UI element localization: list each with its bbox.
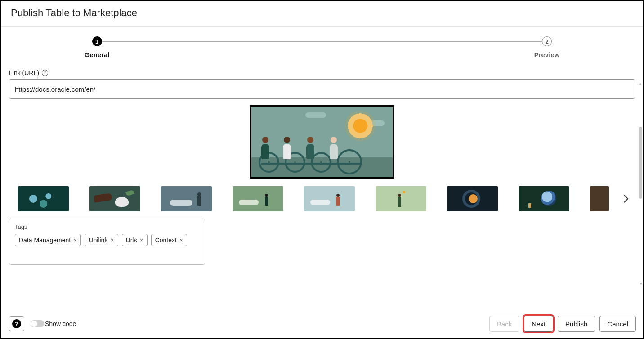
tags-label: Tags bbox=[15, 223, 199, 230]
image-thumbnail[interactable] bbox=[447, 186, 498, 211]
decor-person bbox=[328, 137, 340, 159]
step-preview-label: Preview bbox=[534, 51, 560, 58]
step-preview[interactable]: 2 Preview bbox=[534, 36, 560, 58]
tag-chip-label: Context bbox=[155, 236, 177, 244]
step-general[interactable]: 1 General bbox=[85, 36, 110, 58]
step-general-label: General bbox=[85, 51, 110, 58]
dialog-title: Publish Table to Marketplace bbox=[11, 7, 634, 19]
tag-chip[interactable]: Unilink × bbox=[85, 234, 118, 246]
footer-right: Back Next Publish Cancel bbox=[489, 316, 636, 332]
image-thumbnail[interactable] bbox=[89, 186, 140, 211]
dialog-footer: ? Show code Back Next Publish Cancel bbox=[1, 311, 643, 338]
publish-button[interactable]: Publish bbox=[558, 316, 595, 332]
stepper-connector bbox=[99, 41, 546, 42]
dialog-frame: Publish Table to Marketplace 1 General 2… bbox=[0, 0, 644, 339]
image-thumbnail[interactable] bbox=[304, 186, 355, 211]
show-code-toggle[interactable] bbox=[31, 320, 44, 327]
tag-chip-label: Unilink bbox=[89, 236, 107, 244]
next-button[interactable]: Next bbox=[524, 316, 553, 332]
image-thumbnail[interactable] bbox=[376, 186, 426, 211]
help-icon[interactable]: ? bbox=[42, 70, 48, 76]
tag-chip[interactable]: Data Management × bbox=[15, 234, 81, 246]
back-button[interactable]: Back bbox=[489, 316, 519, 332]
scrollbar-thumb[interactable] bbox=[639, 127, 642, 199]
decor-sun bbox=[348, 113, 373, 138]
show-code-toggle-wrap: Show code bbox=[31, 320, 76, 327]
decor-cloud bbox=[305, 112, 326, 118]
tag-remove-icon[interactable]: × bbox=[179, 237, 183, 243]
thumbnail-scroll-right[interactable] bbox=[617, 190, 635, 208]
footer-left: ? Show code bbox=[9, 316, 76, 331]
image-thumbnail[interactable] bbox=[161, 186, 212, 211]
help-button[interactable]: ? bbox=[9, 316, 24, 331]
selected-image-preview[interactable] bbox=[250, 105, 394, 179]
image-thumbnail[interactable] bbox=[590, 186, 609, 211]
scroll-down-icon[interactable]: ▾ bbox=[640, 281, 642, 286]
decor-wheel bbox=[337, 149, 362, 174]
link-url-label-row: Link (URL) ? bbox=[9, 69, 635, 76]
dialog-header: Publish Table to Marketplace bbox=[1, 1, 643, 27]
tag-chip[interactable]: Urls × bbox=[122, 234, 148, 246]
link-url-input[interactable] bbox=[9, 79, 635, 99]
step-preview-number: 2 bbox=[542, 36, 552, 46]
question-mark-icon: ? bbox=[12, 319, 21, 328]
content-area: Link (URL) ? bbox=[1, 61, 643, 265]
cancel-button[interactable]: Cancel bbox=[599, 316, 636, 332]
decor-person bbox=[304, 137, 316, 159]
image-thumbnail[interactable] bbox=[18, 186, 69, 211]
decor-person bbox=[281, 137, 293, 159]
show-code-label: Show code bbox=[45, 320, 76, 327]
wizard-stepper: 1 General 2 Preview bbox=[85, 27, 560, 61]
step-general-number: 1 bbox=[92, 36, 102, 46]
tag-remove-icon[interactable]: × bbox=[110, 237, 114, 243]
tags-row: Data Management × Unilink × Urls × Conte… bbox=[15, 234, 199, 246]
tag-remove-icon[interactable]: × bbox=[73, 237, 77, 243]
tags-box[interactable]: Tags Data Management × Unilink × Urls × … bbox=[9, 219, 205, 265]
tag-chip[interactable]: Context × bbox=[151, 234, 187, 246]
tag-chip-label: Data Management bbox=[19, 236, 71, 244]
tag-remove-icon[interactable]: × bbox=[139, 237, 143, 243]
selected-image-preview-wrap bbox=[9, 105, 635, 179]
image-thumbnail[interactable] bbox=[519, 186, 569, 211]
decor-person bbox=[259, 137, 271, 159]
scroll-up-icon[interactable]: ▴ bbox=[638, 81, 642, 85]
chevron-right-icon bbox=[623, 194, 629, 203]
link-url-label: Link (URL) bbox=[9, 69, 39, 76]
image-thumbnail[interactable] bbox=[233, 186, 283, 211]
tag-chip-label: Urls bbox=[126, 236, 137, 244]
image-thumbnail-row bbox=[9, 185, 635, 212]
